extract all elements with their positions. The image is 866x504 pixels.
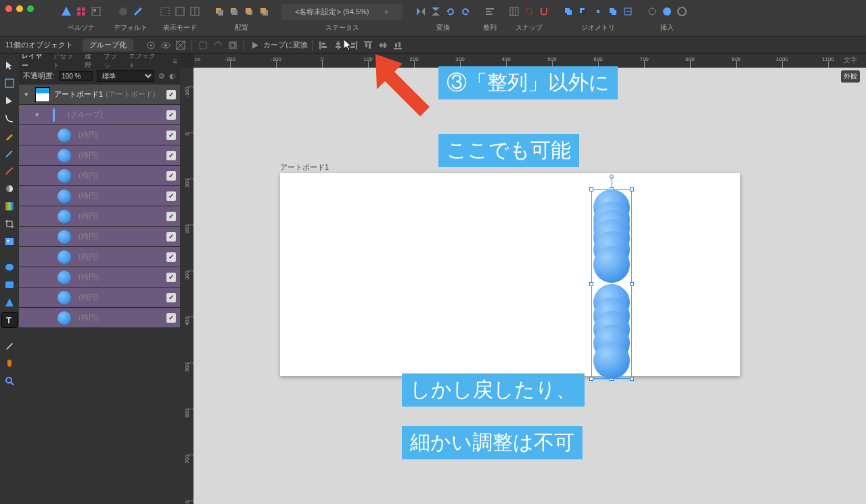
layer-row[interactable]: (楕円): [19, 267, 180, 288]
arrange-front-icon[interactable]: [257, 5, 271, 18]
align-right-icon[interactable]: [346, 39, 360, 52]
geom-xor-icon[interactable]: [606, 5, 620, 18]
geom-add-icon[interactable]: [562, 5, 575, 18]
layer-row[interactable]: (楕円): [19, 145, 180, 166]
move-tool-icon[interactable]: [2, 58, 17, 73]
lock-children-icon[interactable]: [174, 39, 187, 52]
visibility-checkbox[interactable]: [166, 313, 176, 323]
persona-export-icon[interactable]: [89, 5, 103, 18]
artboard[interactable]: [280, 173, 740, 376]
layer-row[interactable]: (楕円): [19, 166, 180, 186]
layer-row[interactable]: (楕円): [19, 247, 180, 267]
resize-handle-w[interactable]: [589, 282, 593, 286]
blend-mode-select[interactable]: 標準: [97, 70, 154, 82]
crop-tool-icon[interactable]: [2, 216, 17, 231]
hide-selection-icon[interactable]: [211, 39, 225, 52]
eyedropper-tool-icon[interactable]: [2, 338, 17, 353]
align-left-icon[interactable]: [317, 39, 330, 52]
layer-row[interactable]: ▾アートボード1(アートボード): [19, 85, 180, 105]
rotate-cw-icon[interactable]: [459, 5, 472, 18]
resize-handle-ne[interactable]: [630, 187, 634, 191]
insert-symbol-icon[interactable]: [660, 5, 674, 18]
visibility-checkbox[interactable]: [166, 90, 176, 99]
gradient-tool-icon[interactable]: [2, 199, 17, 214]
rectangle-tool-icon[interactable]: [2, 277, 17, 292]
layer-row[interactable]: (楕円): [19, 308, 180, 328]
align-center-v-icon[interactable]: [376, 39, 390, 52]
group-button[interactable]: グループ化: [83, 39, 133, 51]
selection-group[interactable]: [591, 189, 632, 379]
geom-subtract-icon[interactable]: [576, 5, 590, 18]
insert-stock-icon[interactable]: [675, 5, 689, 18]
align-center-h-icon[interactable]: [332, 39, 345, 52]
resize-handle-nw[interactable]: [589, 187, 593, 191]
visibility-checkbox[interactable]: [166, 191, 176, 201]
artboard-tool-icon[interactable]: [2, 76, 17, 91]
align-bottom-icon[interactable]: [391, 39, 405, 52]
snap-guide-icon[interactable]: [522, 5, 536, 18]
node-tool-icon[interactable]: [2, 93, 17, 108]
show-all-icon[interactable]: [159, 39, 173, 52]
layer-row[interactable]: ▾(グループ): [19, 105, 180, 125]
geom-divide-icon[interactable]: [621, 5, 635, 18]
zoom-tool-icon[interactable]: [2, 373, 17, 388]
layer-row[interactable]: (楕円): [19, 206, 180, 227]
default-style-fill-icon[interactable]: [116, 5, 130, 18]
cycle-selection-icon[interactable]: [226, 39, 240, 52]
layer-fx-gear-icon[interactable]: ⚙: [158, 72, 165, 81]
opacity-input[interactable]: [59, 71, 93, 81]
resize-handle-se[interactable]: [630, 377, 634, 381]
expand-toggle-icon[interactable]: ▾: [32, 110, 42, 119]
panel-menu-icon[interactable]: ≡: [173, 57, 177, 65]
hand-tool-icon[interactable]: [2, 356, 17, 371]
resize-handle-sw[interactable]: [589, 377, 593, 381]
brush-tool-icon[interactable]: [2, 164, 17, 179]
insert-assets-icon[interactable]: [645, 5, 659, 18]
visibility-checkbox[interactable]: [166, 151, 176, 160]
visibility-checkbox[interactable]: [166, 252, 176, 262]
snap-grid-icon[interactable]: [507, 5, 521, 18]
layer-row[interactable]: (楕円): [19, 288, 180, 308]
flip-vertical-icon[interactable]: [429, 5, 442, 18]
place-image-tool-icon[interactable]: [2, 234, 17, 249]
visibility-checkbox[interactable]: [166, 273, 176, 282]
visibility-checkbox[interactable]: [166, 110, 176, 120]
arrange-back-icon[interactable]: [212, 5, 226, 18]
visibility-checkbox[interactable]: [166, 293, 176, 302]
enable-transform-origin-icon[interactable]: [196, 39, 210, 52]
view-pixel-icon[interactable]: [158, 5, 172, 18]
pencil-tool-icon[interactable]: [2, 146, 17, 161]
default-style-stroke-icon[interactable]: [131, 5, 145, 18]
align-icon[interactable]: [483, 5, 497, 18]
persona-designer-icon[interactable]: [60, 5, 73, 18]
ellipse-tool-icon[interactable]: [2, 260, 17, 275]
convert-to-curves-play-icon[interactable]: [248, 39, 262, 52]
tab-text[interactable]: 文字: [841, 54, 860, 66]
snap-magnet-icon[interactable]: [537, 5, 551, 18]
layer-row[interactable]: (楕円): [19, 125, 180, 145]
corner-tool-icon[interactable]: [2, 111, 17, 126]
visibility-checkbox[interactable]: [166, 131, 176, 140]
minimize-icon[interactable]: [16, 5, 23, 12]
flip-horizontal-icon[interactable]: [414, 5, 428, 18]
ellipse-shape[interactable]: [593, 246, 630, 283]
visibility-checkbox[interactable]: [166, 171, 176, 181]
arrange-forward-icon[interactable]: [242, 5, 256, 18]
maximize-icon[interactable]: [27, 5, 34, 12]
visibility-checkbox[interactable]: [166, 212, 176, 221]
view-split-icon[interactable]: [188, 5, 202, 18]
arrange-backward-icon[interactable]: [227, 5, 241, 18]
close-icon[interactable]: [5, 5, 12, 12]
text-tool-icon[interactable]: T: [2, 313, 17, 327]
target-icon[interactable]: [144, 39, 158, 52]
fill-tool-icon[interactable]: [2, 181, 17, 196]
layer-fx-icon[interactable]: ◐: [169, 72, 176, 81]
pen-tool-icon[interactable]: [2, 129, 17, 143]
view-outline-icon[interactable]: [173, 5, 187, 18]
resize-handle-e[interactable]: [630, 282, 634, 286]
triangle-tool-icon[interactable]: [2, 295, 17, 310]
visibility-checkbox[interactable]: [166, 232, 176, 242]
convert-to-curves-label[interactable]: カーブに変換: [263, 40, 308, 50]
artboard-label[interactable]: アートボード1: [280, 162, 329, 173]
persona-pixel-icon[interactable]: [74, 5, 88, 18]
